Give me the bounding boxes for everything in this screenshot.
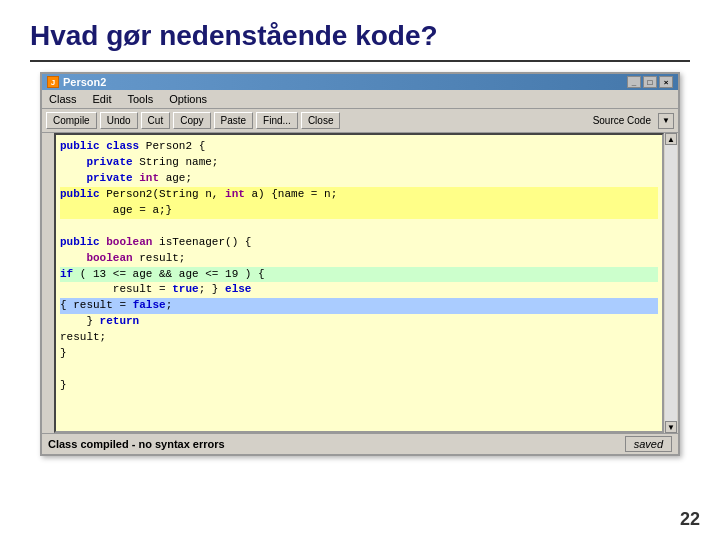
title-divider xyxy=(30,60,690,62)
code-line-highlight-green: if ( 13 <= age && age <= 19 ) { xyxy=(60,267,658,283)
code-line: public boolean isTeenager() { xyxy=(60,235,658,251)
ide-app-icon: J xyxy=(47,76,59,88)
minimize-button[interactable]: _ xyxy=(627,76,641,88)
code-line: boolean result; xyxy=(60,251,658,267)
ide-window-controls[interactable]: _ □ × xyxy=(627,76,673,88)
copy-button[interactable]: Copy xyxy=(173,112,210,129)
slide-number: 22 xyxy=(680,509,700,530)
scroll-down-button[interactable]: ▼ xyxy=(665,421,677,433)
code-line: } xyxy=(60,346,658,362)
paste-button[interactable]: Paste xyxy=(214,112,254,129)
ide-statusbar: Class compiled - no syntax errors saved xyxy=(42,433,678,454)
ide-editor-container: public class Person2 { private String na… xyxy=(42,133,678,433)
ide-titlebar: J Person2 _ □ × xyxy=(42,74,678,90)
find-button[interactable]: Find... xyxy=(256,112,298,129)
code-line-highlight-yellow2: age = a;} xyxy=(60,203,658,219)
close-button[interactable]: × xyxy=(659,76,673,88)
code-line-closing: } xyxy=(60,378,658,394)
ide-titlebar-left: J Person2 xyxy=(47,76,106,88)
code-line-blank2 xyxy=(60,362,658,378)
close-button-toolbar[interactable]: Close xyxy=(301,112,341,129)
ide-toolbar: Compile Undo Cut Copy Paste Find... Clos… xyxy=(42,109,678,133)
scrollbar-right[interactable]: ▲ ▼ xyxy=(664,133,678,433)
code-line: private int age; xyxy=(60,171,658,187)
source-dropdown[interactable]: ▼ xyxy=(658,113,674,129)
code-line: result = true; } else xyxy=(60,282,658,298)
ide-menubar: Class Edit Tools Options xyxy=(42,90,678,109)
code-line: private String name; xyxy=(60,155,658,171)
menu-options[interactable]: Options xyxy=(166,92,210,106)
code-line-highlight-yellow: public Person2(String n, int a) {name = … xyxy=(60,187,658,203)
maximize-button[interactable]: □ xyxy=(643,76,657,88)
undo-button[interactable]: Undo xyxy=(100,112,138,129)
code-line: public class Person2 { xyxy=(60,139,658,155)
ide-window: J Person2 _ □ × Class Edit Tools Options… xyxy=(40,72,680,456)
source-code-label: Source Code xyxy=(593,115,651,126)
status-text: Class compiled - no syntax errors xyxy=(48,438,225,450)
code-line: } return xyxy=(60,314,658,330)
saved-badge: saved xyxy=(625,436,672,452)
slide-container: Hvad gør nedenstående kode? J Person2 _ … xyxy=(0,0,720,540)
menu-class[interactable]: Class xyxy=(46,92,80,106)
ide-title-text: Person2 xyxy=(63,76,106,88)
menu-tools[interactable]: Tools xyxy=(124,92,156,106)
code-line-highlight-blue: { result = false; xyxy=(60,298,658,314)
code-line: result; xyxy=(60,330,658,346)
compile-button[interactable]: Compile xyxy=(46,112,97,129)
cut-button[interactable]: Cut xyxy=(141,112,171,129)
scroll-left-spacer xyxy=(42,133,54,433)
slide-title: Hvad gør nedenstående kode? xyxy=(30,20,690,52)
scroll-up-button[interactable]: ▲ xyxy=(665,133,677,145)
scroll-track[interactable] xyxy=(665,145,677,421)
code-editor[interactable]: public class Person2 { private String na… xyxy=(54,133,664,433)
code-line-blank xyxy=(60,219,658,235)
menu-edit[interactable]: Edit xyxy=(90,92,115,106)
